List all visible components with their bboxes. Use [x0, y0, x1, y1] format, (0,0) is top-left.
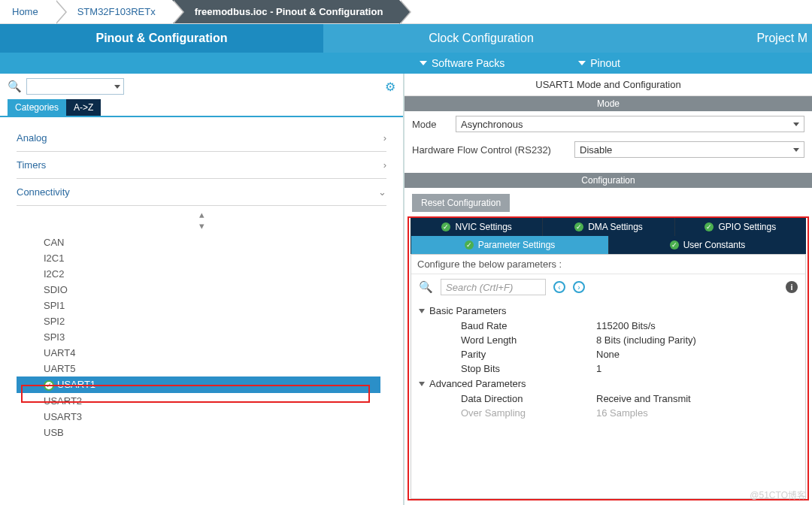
tab-dma-settings[interactable]: ✓DMA Settings [542, 218, 674, 236]
periph-usart1[interactable]: ✓USART1 [17, 376, 380, 393]
param-parity[interactable]: ParityNone [419, 347, 798, 361]
peripheral-tree-panel: 🔍 ⚙ Categories A->Z Analog› Timers› Conn… [0, 74, 404, 505]
category-analog[interactable]: Analog› [17, 125, 386, 152]
periph-i2c1[interactable]: I2C1 [44, 250, 386, 266]
chevron-down-icon [114, 85, 120, 89]
hwflow-select[interactable]: Disable [574, 141, 804, 158]
periph-usart2[interactable]: USART2 [44, 393, 386, 409]
breadcrumb-home[interactable]: Home [0, 0, 55, 23]
periph-can[interactable]: CAN [44, 234, 386, 250]
tab-pinout-configuration[interactable]: Pinout & Configuration [0, 24, 323, 53]
periph-usart3[interactable]: USART3 [44, 409, 386, 425]
param-word-length[interactable]: Word Length8 Bits (including Parity) [419, 333, 798, 347]
periph-spi3[interactable]: SPI3 [44, 329, 386, 345]
gear-icon[interactable]: ⚙ [385, 80, 395, 94]
tab-project-manager[interactable]: Project M [639, 24, 812, 53]
chevron-down-icon [419, 309, 425, 313]
chevron-down-icon [578, 61, 586, 65]
periph-usb[interactable]: USB [44, 425, 386, 440]
breadcrumb-device[interactable]: STM32F103RETx [55, 0, 172, 23]
panel-title: USART1 Mode and Configuration [404, 74, 812, 96]
info-icon[interactable]: i [786, 281, 798, 293]
tab-user-constants[interactable]: ✓User Constants [608, 236, 806, 254]
periph-i2c2[interactable]: I2C2 [44, 266, 386, 282]
top-tabs: Pinout & Configuration Clock Configurati… [0, 24, 812, 53]
category-timers[interactable]: Timers› [17, 152, 386, 179]
periph-spi2[interactable]: SPI2 [44, 313, 386, 329]
chevron-down-icon [793, 122, 799, 126]
check-icon: ✓ [574, 222, 583, 231]
menu-pinout[interactable]: Pinout [565, 53, 680, 74]
check-icon: ✓ [670, 240, 679, 249]
search-icon[interactable]: 🔍 [419, 280, 433, 294]
search-icon[interactable]: 🔍 [8, 80, 22, 93]
peripheral-list: CAN I2C1 I2C2 SDIO SPI1 SPI2 SPI3 UART4 … [17, 234, 386, 440]
next-match-button[interactable]: › [573, 281, 585, 293]
sort-icon[interactable]: ▴▾ [17, 206, 386, 234]
periph-sdio[interactable]: SDIO [44, 282, 386, 298]
sub-toolbar: Software Packs Pinout [0, 53, 812, 74]
param-search-input[interactable]: Search (Crtl+F) [441, 279, 546, 295]
tab-a-to-z[interactable]: A->Z [66, 99, 101, 116]
chevron-right-icon: › [383, 132, 386, 144]
periph-uart5[interactable]: UART5 [44, 361, 386, 376]
tab-parameter-settings[interactable]: ✓Parameter Settings [411, 236, 608, 254]
check-icon: ✓ [704, 222, 714, 231]
group-basic-parameters[interactable]: Basic Parameters [419, 303, 798, 319]
periph-uart4[interactable]: UART4 [44, 345, 386, 361]
check-icon: ✓ [465, 240, 474, 249]
chevron-down-icon [419, 382, 425, 386]
category-connectivity[interactable]: Connectivity⌄ [17, 179, 386, 206]
breadcrumb-file[interactable]: freemodbus.ioc - Pinout & Configuration [172, 0, 400, 23]
mode-label: Mode [412, 119, 451, 130]
tab-categories[interactable]: Categories [8, 99, 66, 116]
param-section-title: Configure the below parameters : [411, 255, 805, 274]
group-advanced-parameters[interactable]: Advanced Parameters [419, 376, 798, 392]
param-over-sampling[interactable]: Over Sampling16 Samples [419, 406, 798, 420]
filter-tabs: Categories A->Z [0, 99, 403, 117]
hwflow-label: Hardware Flow Control (RS232) [412, 144, 570, 156]
search-toolbar: 🔍 ⚙ [0, 74, 403, 99]
mode-select[interactable]: Asynchronous [456, 116, 804, 132]
param-data-direction[interactable]: Data DirectionReceive and Transmit [419, 392, 798, 406]
tab-nvic-settings[interactable]: ✓NVIC Settings [411, 218, 542, 236]
periph-spi1[interactable]: SPI1 [44, 298, 386, 313]
prev-match-button[interactable]: ‹ [553, 281, 565, 293]
reset-configuration-button[interactable]: Reset Configuration [412, 194, 510, 212]
config-section-header: Configuration [404, 173, 812, 188]
chevron-down-icon [793, 148, 799, 152]
breadcrumb: Home STM32F103RETx freemodbus.ioc - Pino… [0, 0, 812, 24]
chevron-down-icon [420, 61, 427, 65]
menu-software-packs[interactable]: Software Packs [406, 53, 565, 74]
search-combo[interactable] [26, 78, 124, 95]
param-baud-rate[interactable]: Baud Rate115200 Bits/s [419, 319, 798, 333]
check-icon: ✓ [441, 222, 450, 231]
config-panel: USART1 Mode and Configuration Mode Mode … [404, 74, 812, 505]
param-stop-bits[interactable]: Stop Bits1 [419, 361, 798, 376]
check-icon: ✓ [44, 380, 54, 391]
mode-section-header: Mode [404, 96, 812, 111]
tab-clock-configuration[interactable]: Clock Configuration [323, 24, 639, 53]
chevron-down-icon: ⌄ [378, 186, 386, 198]
tab-gpio-settings[interactable]: ✓GPIO Settings [674, 218, 806, 236]
watermark: @51CTO博客 [750, 489, 806, 502]
chevron-right-icon: › [383, 159, 386, 171]
